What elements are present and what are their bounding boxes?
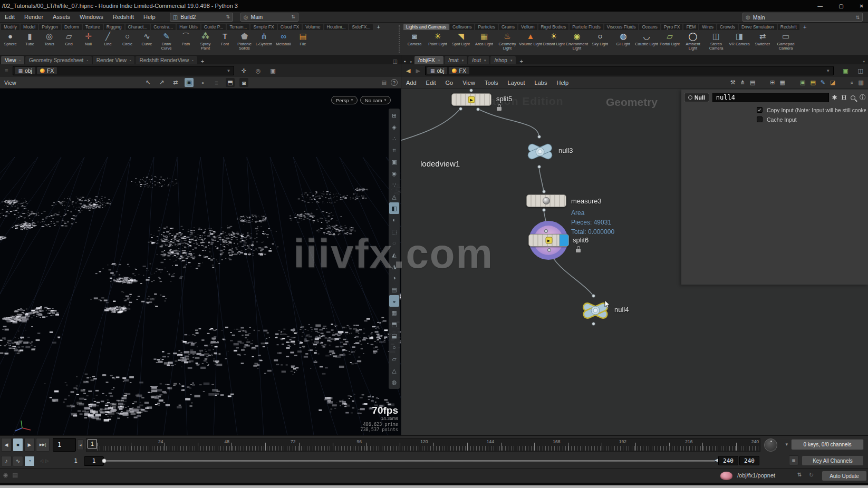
menu-item[interactable]: Help: [139, 14, 160, 20]
tab-menu-icon[interactable]: [484, 56, 486, 64]
shelf-tab[interactable]: SideFX...: [349, 24, 373, 30]
spinner-icon[interactable]: ⇅: [797, 472, 802, 477]
grid-snap-icon[interactable]: ⊞: [770, 79, 775, 86]
select-mode-icon[interactable]: ▫: [198, 78, 207, 87]
tool-draw-curve[interactable]: ✎ Draw Curve: [157, 31, 176, 54]
forward-icon[interactable]: ▶: [413, 67, 422, 74]
tool-switcher[interactable]: ⇄ Switcher: [751, 31, 774, 54]
network-menu-item[interactable]: View: [458, 80, 480, 86]
tool-stereo-camera[interactable]: ◫ Stereo Camera: [705, 31, 728, 54]
path-field[interactable]: ▦ obj FX ▼: [13, 66, 234, 75]
node-input-dot[interactable]: [537, 135, 541, 139]
path-field[interactable]: ▦ obj FX ▼: [425, 66, 834, 75]
node-name-field[interactable]: null4: [712, 93, 829, 102]
shelf-tab[interactable]: Viscous Fluids: [604, 24, 639, 30]
display-flag-icon[interactable]: ▣: [840, 67, 851, 74]
tool-camera[interactable]: ◙ Camera: [403, 31, 426, 54]
node-output-dot[interactable]: [592, 322, 595, 326]
checkbox-unchecked[interactable]: [757, 116, 763, 122]
snap-multi-icon[interactable]: ∴: [389, 133, 399, 144]
pane-tab[interactable]: Render View: [93, 56, 135, 64]
range-slider-end-grip[interactable]: ◀: [715, 457, 718, 463]
lighting-icon[interactable]: ⬓: [389, 330, 399, 341]
select-objects-icon[interactable]: ◉: [389, 168, 399, 179]
tool-environment-light[interactable]: ◉ Environment Light: [565, 31, 589, 54]
tool-gamepad-camera[interactable]: ▭ Gamepad Camera: [774, 31, 797, 54]
shelf-tab[interactable]: Modify: [1, 24, 20, 30]
audio-toggle-icon[interactable]: ♪: [1, 456, 12, 466]
shelf-tab[interactable]: Cloud FX: [278, 24, 302, 30]
tool-sky-light[interactable]: ○ Sky Light: [589, 31, 612, 54]
spinner-icon[interactable]: ⇅: [855, 15, 860, 20]
pin-icon[interactable]: ✜: [238, 67, 248, 74]
annotate-icon[interactable]: ✎: [821, 79, 825, 86]
node-label-explodedview[interactable]: lodedview1: [420, 159, 460, 168]
add-shelf-tab-button[interactable]: +: [801, 24, 809, 30]
tool-vr-camera[interactable]: ◨ VR Camera: [728, 31, 751, 54]
tool-spray-paint[interactable]: ⁂ Spray Paint: [196, 31, 215, 54]
layout-icon[interactable]: ⊞: [389, 110, 399, 121]
ghosting-toggle-icon[interactable]: ∿: [13, 456, 23, 466]
playback-dial[interactable]: [764, 438, 777, 452]
desktop-tab[interactable]: /obj/FX: [414, 56, 443, 64]
shelf-tab[interactable]: Vellum: [518, 24, 537, 30]
spinner-icon[interactable]: ⇅: [226, 14, 230, 19]
path-chip-obj[interactable]: ▦ obj: [15, 67, 35, 74]
tool-torus[interactable]: ◎ Torus: [40, 31, 59, 54]
shelf-tab[interactable]: FEM: [683, 24, 698, 30]
network-menu-item[interactable]: Go: [441, 80, 458, 86]
tool-sphere[interactable]: ● Sphere: [1, 31, 20, 54]
node-output-dot[interactable]: [537, 165, 541, 169]
tool-null[interactable]: ✛ Null: [79, 31, 98, 54]
grid-display-icon[interactable]: ▱: [389, 353, 399, 365]
pane-layout-icon[interactable]: ▤: [382, 80, 387, 85]
tool-geometry-light[interactable]: ♨ Geometry Light: [496, 31, 519, 54]
network-menu-item[interactable]: Tools: [480, 80, 503, 86]
maximize-button[interactable]: ▢: [838, 3, 843, 9]
message-log-icon[interactable]: ◉: [3, 472, 8, 479]
node-output-dot[interactable]: [547, 248, 551, 252]
tab-menu-icon[interactable]: [438, 56, 440, 64]
checkbox-checked[interactable]: ✓: [757, 107, 763, 113]
menu-item[interactable]: Assets: [48, 14, 75, 20]
tool-circle[interactable]: ○ Circle: [118, 31, 137, 54]
pathbar-menu-icon[interactable]: ≡: [2, 67, 11, 74]
gizmo-display-icon[interactable]: △: [389, 365, 399, 376]
pane-tab[interactable]: View: [1, 56, 24, 64]
shelf-tab[interactable]: Simple FX: [250, 24, 276, 30]
tool-line[interactable]: ╱ Line: [98, 31, 118, 54]
tool-ambient-light[interactable]: ◯ Ambient Light: [681, 31, 705, 54]
snap-grid-icon[interactable]: ◈: [389, 121, 399, 133]
houdini-help-icon[interactable]: H: [842, 94, 846, 102]
selection-list-icon[interactable]: ≡: [212, 78, 221, 87]
brush-select-icon[interactable]: ◭: [389, 249, 399, 260]
menu-item[interactable]: Render: [20, 14, 48, 20]
node-type-chip[interactable]: Null: [684, 93, 709, 102]
snapshot-icon[interactable]: ▣: [267, 67, 278, 74]
shelf-tab[interactable]: Grains: [499, 24, 517, 30]
add-pane-tab-button[interactable]: +: [198, 58, 207, 64]
camera-select-pill[interactable]: No cam: [360, 96, 391, 104]
shelf-tab[interactable]: Pyro FX: [661, 24, 683, 30]
viewport-3d[interactable]: Persp No cam ⊞◈∴⌗▣◉∵◬◧◐⬚◌◭◮◑▤◒▦⬒⬓○▱△◍ 70…: [0, 89, 401, 435]
snap-points-icon[interactable]: ⌗: [389, 144, 399, 156]
context-path[interactable]: /obj/fx1/popnet: [737, 472, 775, 479]
visible-only-icon[interactable]: ◐: [389, 214, 399, 226]
node-label[interactable]: null4: [614, 306, 629, 314]
move-tool-icon[interactable]: ⇄: [171, 78, 180, 87]
material-icon[interactable]: ⬒: [389, 318, 399, 330]
tool-l-system[interactable]: ⋔ L-System: [254, 31, 274, 54]
menu-item[interactable]: Edit: [0, 14, 20, 20]
add-desktop-tab-button[interactable]: +: [517, 58, 525, 64]
pane-tab-menu-icon[interactable]: [130, 56, 131, 64]
current-frame-field[interactable]: 1: [53, 438, 76, 452]
camera-view-icon[interactable]: ◙: [239, 78, 248, 87]
add-shelf-tab-button[interactable]: +: [374, 24, 382, 30]
tree-view-icon[interactable]: ⋔: [740, 79, 745, 86]
group-list-icon[interactable]: ▤: [389, 284, 399, 295]
keys-channels-button[interactable]: 0 keys, 0/0 channels: [791, 439, 864, 450]
spinner-icon[interactable]: ⇅: [291, 14, 295, 19]
play-reverse-button[interactable]: ◀: [1, 438, 12, 452]
tab-menu-icon[interactable]: [462, 56, 464, 64]
realtime-toggle-icon[interactable]: ◔: [24, 456, 35, 466]
